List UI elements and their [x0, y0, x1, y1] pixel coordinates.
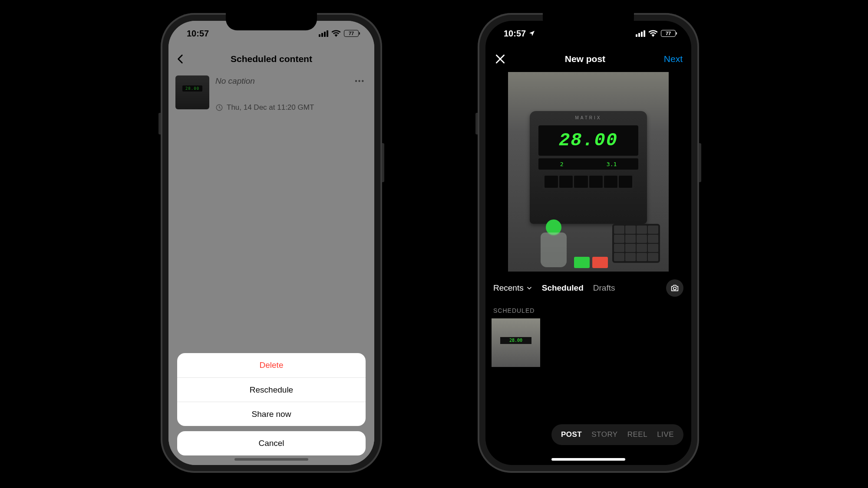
wifi-icon: [331, 30, 341, 37]
battery-level: 77: [666, 31, 671, 36]
svg-point-1: [673, 287, 676, 290]
camera-button[interactable]: [666, 279, 683, 297]
console-sub-readout: 2 3.1: [538, 158, 638, 170]
chevron-down-icon: [526, 285, 532, 291]
cellular-signal-icon: [319, 30, 328, 37]
page-title: New post: [565, 54, 605, 64]
battery-level: 77: [349, 31, 354, 36]
home-indicator[interactable]: [234, 458, 308, 461]
mode-live[interactable]: LIVE: [657, 430, 674, 439]
media-grid: 28.00: [485, 318, 691, 367]
tab-recents[interactable]: Recents: [493, 283, 532, 293]
media-preview[interactable]: MATRIX 28.00 2 3.1: [508, 72, 669, 272]
mode-story[interactable]: STORY: [591, 430, 617, 439]
next-button[interactable]: Next: [664, 54, 683, 64]
status-time: 10:57: [187, 29, 209, 39]
location-icon: [528, 30, 535, 37]
mode-post[interactable]: POST: [561, 430, 582, 439]
section-label-scheduled: SCHEDULED: [485, 301, 691, 318]
compose-mode-selector: POST STORY REEL LIVE: [551, 424, 683, 445]
delete-button[interactable]: Delete: [177, 353, 366, 377]
phone-scheduled-content: 10:57 77 Scheduled content 28.00 No: [161, 13, 382, 473]
water-bottle: [538, 219, 569, 267]
keypad: [612, 224, 660, 263]
cancel-button[interactable]: Cancel: [177, 431, 366, 455]
share-now-button[interactable]: Share now: [177, 402, 366, 426]
action-sheet: Delete Reschedule Share now Cancel: [177, 353, 366, 455]
camera-icon: [670, 283, 680, 293]
console-readout: 28.00: [538, 125, 638, 156]
reschedule-button[interactable]: Reschedule: [177, 377, 366, 402]
wifi-icon: [648, 30, 658, 37]
close-button[interactable]: [494, 53, 506, 65]
status-time: 10:57: [504, 29, 526, 39]
start-stop-buttons: [574, 257, 608, 268]
battery-icon: 77: [661, 30, 676, 37]
tab-scheduled[interactable]: Scheduled: [542, 283, 584, 293]
mode-reel[interactable]: REEL: [627, 430, 647, 439]
tab-drafts[interactable]: Drafts: [593, 283, 615, 293]
cellular-signal-icon: [636, 30, 645, 37]
media-thumbnail[interactable]: 28.00: [492, 318, 540, 367]
treadmill-console: MATRIX 28.00 2 3.1: [530, 111, 647, 224]
console-brand: MATRIX: [530, 111, 647, 120]
battery-icon: 77: [344, 30, 359, 37]
notch: [226, 13, 317, 30]
library-tabs: Recents Scheduled Drafts: [485, 272, 691, 301]
new-post-header: New post Next: [485, 46, 691, 72]
notch: [543, 13, 634, 30]
home-indicator[interactable]: [551, 458, 625, 461]
phone-new-post: 10:57 77 New post Next MATRIX: [478, 13, 699, 473]
